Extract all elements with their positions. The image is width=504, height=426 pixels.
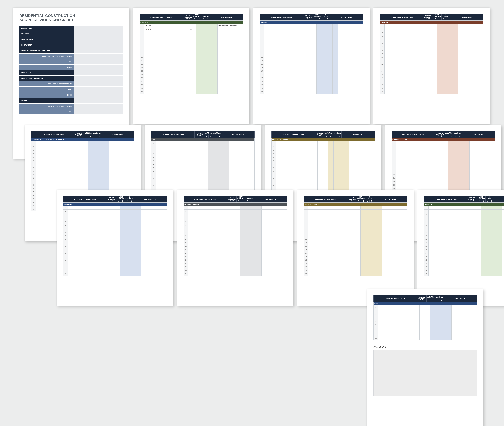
cell-timeline[interactable]	[197, 173, 208, 176]
cell-ic-y[interactable]	[441, 309, 446, 312]
cell-timeline[interactable]	[470, 258, 481, 262]
cell-ic-n[interactable]	[453, 38, 458, 42]
cell-additional-info[interactable]	[350, 180, 375, 183]
cell-wc-n[interactable]	[213, 180, 219, 183]
cell-wc-n[interactable]	[246, 227, 251, 230]
cell-ic-y[interactable]	[219, 180, 224, 183]
cell-additional-info[interactable]	[262, 265, 287, 269]
cell-ic-n[interactable]	[453, 55, 458, 59]
cell-wc-n[interactable]	[93, 166, 98, 169]
cell-additional-info[interactable]	[452, 312, 477, 316]
cell-wc-n[interactable]	[454, 142, 459, 145]
cell-ic-n[interactable]	[333, 90, 338, 94]
cell-ic-n[interactable]	[256, 210, 262, 213]
cell-task[interactable]	[144, 48, 186, 52]
cell-wc-n[interactable]	[213, 142, 219, 145]
cell-wc-n[interactable]	[93, 159, 98, 162]
cell-ic-y[interactable]	[371, 227, 376, 230]
cell-ic-y[interactable]	[98, 180, 104, 183]
cell-timeline[interactable]	[318, 149, 328, 152]
cell-task[interactable]	[429, 241, 470, 244]
cell-ic-y[interactable]	[131, 269, 136, 272]
cell-task[interactable]	[385, 28, 426, 31]
cell-ic-n[interactable]	[376, 262, 382, 265]
cell-ic-n[interactable]	[224, 183, 229, 187]
cell-ic-y[interactable]	[98, 152, 104, 156]
cell-ic-y[interactable]	[339, 183, 344, 187]
cell-ic-n[interactable]	[256, 227, 262, 230]
cell-additional-info[interactable]	[382, 262, 407, 265]
cell-timeline[interactable]	[186, 38, 197, 42]
cell-wc-y[interactable]	[437, 90, 442, 94]
cell-timeline[interactable]	[438, 166, 448, 169]
cell-ic-y[interactable]	[327, 69, 333, 73]
comments-box[interactable]	[373, 350, 477, 396]
cell-ic-y[interactable]	[459, 166, 464, 169]
cell-wc-y[interactable]	[481, 241, 486, 244]
cell-additional-info[interactable]	[382, 230, 407, 234]
cell-wc-y[interactable]	[448, 166, 454, 169]
cell-wc-n[interactable]	[366, 234, 371, 237]
cell-wc-n[interactable]	[93, 162, 98, 166]
cell-additional-info[interactable]	[502, 206, 504, 210]
cell-ic-y[interactable]	[251, 272, 256, 276]
cell-ic-y[interactable]	[207, 38, 212, 42]
cell-ic-y[interactable]	[447, 87, 453, 90]
cover-field-input[interactable]	[74, 48, 123, 53]
cell-wc-y[interactable]	[317, 83, 322, 87]
cell-task[interactable]	[144, 59, 186, 62]
cell-timeline[interactable]	[110, 248, 120, 251]
cell-ic-y[interactable]	[371, 213, 376, 216]
cell-timeline[interactable]	[186, 52, 197, 55]
cell-timeline[interactable]	[420, 326, 430, 330]
cell-additional-info[interactable]	[262, 216, 287, 220]
cell-task[interactable]	[396, 180, 438, 183]
cell-wc-y[interactable]	[197, 42, 202, 45]
cell-ic-y[interactable]	[491, 220, 497, 223]
cell-wc-y[interactable]	[448, 183, 454, 187]
cell-task[interactable]	[378, 333, 420, 337]
cell-timeline[interactable]	[438, 142, 448, 145]
cell-task[interactable]	[68, 258, 110, 262]
cell-wc-n[interactable]	[322, 45, 327, 48]
cell-ic-n[interactable]	[136, 220, 141, 223]
cell-wc-n[interactable]	[246, 230, 251, 234]
cell-wc-y[interactable]	[120, 269, 125, 272]
cell-wc-y[interactable]	[197, 28, 202, 31]
cell-wc-y[interactable]	[361, 251, 366, 255]
cell-wc-y[interactable]	[197, 76, 202, 80]
cell-additional-info[interactable]	[502, 262, 504, 265]
cell-timeline[interactable]	[306, 48, 317, 52]
cell-additional-info[interactable]	[141, 255, 167, 258]
cell-wc-n[interactable]	[486, 251, 491, 255]
cell-task[interactable]	[308, 206, 350, 210]
cell-wc-y[interactable]	[120, 272, 125, 276]
cell-additional-info[interactable]	[262, 272, 287, 276]
cell-wc-n[interactable]	[246, 248, 251, 251]
cell-task[interactable]	[36, 145, 77, 149]
cell-wc-n[interactable]	[442, 87, 447, 90]
cell-task[interactable]	[264, 66, 306, 69]
cell-additional-info[interactable]	[382, 210, 407, 213]
cell-ic-n[interactable]	[104, 162, 109, 166]
cell-ic-n[interactable]	[446, 305, 452, 309]
cell-ic-n[interactable]	[344, 145, 350, 149]
cell-ic-y[interactable]	[447, 52, 453, 55]
cell-timeline[interactable]	[230, 213, 240, 216]
cell-ic-y[interactable]	[447, 76, 453, 80]
cell-wc-n[interactable]	[366, 272, 371, 276]
cell-additional-info[interactable]	[470, 173, 495, 176]
cover-field-input[interactable]	[74, 87, 123, 92]
cell-task[interactable]	[188, 227, 230, 230]
cell-ic-y[interactable]	[207, 48, 212, 52]
cell-ic-y[interactable]	[459, 176, 464, 180]
cell-task[interactable]	[264, 76, 306, 80]
cell-ic-y[interactable]	[339, 145, 344, 149]
cell-ic-y[interactable]	[251, 269, 256, 272]
cell-task[interactable]	[396, 173, 438, 176]
cell-wc-y[interactable]	[240, 220, 246, 223]
cell-ic-y[interactable]	[491, 262, 497, 265]
cell-ic-n[interactable]	[212, 73, 218, 76]
cell-wc-y[interactable]	[197, 69, 202, 73]
cell-wc-y[interactable]	[240, 255, 246, 258]
